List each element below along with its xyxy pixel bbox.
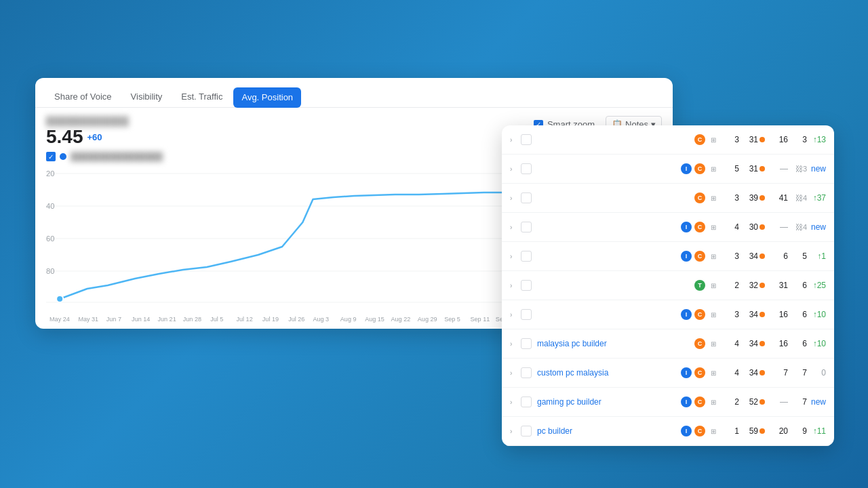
position: 7 <box>788 397 807 407</box>
screenshot-icon[interactable]: ⊞ <box>708 367 719 378</box>
screenshot-icon[interactable]: ⊞ <box>708 222 719 232</box>
icon-count: 3 <box>720 193 739 203</box>
svg-text:Aug 15: Aug 15 <box>365 316 384 323</box>
keyword-link[interactable]: custom pc malaysia <box>537 368 679 378</box>
table-row: › C ⊞ 3 39 41 ⛓4 ↑37 <box>502 184 834 213</box>
svg-text:Jun 7: Jun 7 <box>106 316 121 323</box>
badge-c: C <box>694 367 705 378</box>
icon-count: 2 <box>720 281 739 290</box>
icon-count: 3 <box>720 135 739 144</box>
svg-text:Aug 29: Aug 29 <box>418 316 437 323</box>
row-checkbox[interactable] <box>521 367 532 378</box>
icon-count: 3 <box>720 251 739 261</box>
svg-text:Jun 14: Jun 14 <box>132 316 150 323</box>
volume-dot <box>760 312 765 317</box>
change: new <box>807 222 826 232</box>
change: ↑1 <box>807 251 826 261</box>
change: new <box>807 164 826 174</box>
badge-i: I <box>681 222 692 232</box>
expand-icon[interactable]: › <box>510 340 521 348</box>
row-checkbox[interactable] <box>521 309 532 320</box>
volume: 52 <box>739 397 758 407</box>
row-checkbox[interactable] <box>521 192 532 203</box>
traffic: 31 <box>769 281 788 290</box>
icon-count: 4 <box>720 222 739 232</box>
traffic: 20 <box>769 426 788 436</box>
badge-c: C <box>694 134 705 145</box>
expand-icon[interactable]: › <box>510 369 521 377</box>
screenshot-icon[interactable]: ⊞ <box>708 134 719 145</box>
table-row: › malaysia pc builder C ⊞ 4 34 16 6 ↑10 <box>502 329 834 359</box>
expand-icon[interactable]: › <box>510 399 521 406</box>
row-checkbox[interactable] <box>521 338 532 349</box>
change: ↑13 <box>807 135 826 144</box>
row-checkbox[interactable] <box>521 280 532 291</box>
icon-count: 4 <box>720 339 739 348</box>
screenshot-icon[interactable]: ⊞ <box>708 338 719 349</box>
chart-main-value: 5.45 +60 <box>46 126 130 148</box>
volume-dot <box>760 283 765 288</box>
row-checkbox[interactable] <box>521 426 532 436</box>
screenshot-icon[interactable]: ⊞ <box>708 251 719 262</box>
screenshot-icon[interactable]: ⊞ <box>708 426 719 436</box>
badge-c: C <box>694 222 705 232</box>
expand-icon[interactable]: › <box>510 165 521 173</box>
expand-icon[interactable]: › <box>510 282 521 289</box>
row-checkbox[interactable] <box>521 251 532 262</box>
icon-count: 5 <box>720 164 739 174</box>
expand-icon[interactable]: › <box>510 224 521 231</box>
table-row: › gaming pc builder I C ⊞ 2 52 — 7 new <box>502 388 834 417</box>
legend-label-text: ████████████████ <box>71 152 163 161</box>
links: ⛓4 <box>788 194 807 202</box>
table-row: › custom pc malaysia I C ⊞ 4 34 7 7 0 <box>502 359 834 388</box>
legend-checkbox[interactable] <box>46 152 56 161</box>
change: ↑37 <box>807 193 826 203</box>
traffic: — <box>769 164 788 174</box>
links: ⛓3 <box>788 165 807 173</box>
tab-visibility[interactable]: Visibility <box>123 87 171 107</box>
traffic: — <box>769 222 788 232</box>
volume: 34 <box>739 310 758 319</box>
volume-dot <box>760 399 765 405</box>
screenshot-icon[interactable]: ⊞ <box>708 309 719 320</box>
badge-i: I <box>681 367 692 378</box>
keyword-link[interactable]: malaysia pc builder <box>537 339 693 348</box>
volume: 39 <box>739 193 758 203</box>
expand-icon[interactable]: › <box>510 311 521 319</box>
svg-text:May 24: May 24 <box>50 316 70 323</box>
tab-share-of-voice[interactable]: Share of Voice <box>46 87 120 107</box>
badge-c: C <box>694 163 705 174</box>
row-checkbox[interactable] <box>521 396 532 407</box>
position: 6 <box>788 310 807 319</box>
traffic: 16 <box>769 339 788 348</box>
volume: 31 <box>739 135 758 144</box>
volume-dot <box>760 253 765 259</box>
row-checkbox[interactable] <box>521 163 532 174</box>
screenshot-icon[interactable]: ⊞ <box>708 163 719 174</box>
expand-icon[interactable]: › <box>510 195 521 202</box>
badge-t: T <box>694 280 705 291</box>
row-checkbox[interactable] <box>521 134 532 145</box>
chart-left: ████████████ 5.45 +60 <box>46 116 130 148</box>
links: ⛓4 <box>788 223 807 231</box>
expand-icon[interactable]: › <box>510 136 521 144</box>
screenshot-icon[interactable]: ⊞ <box>708 396 719 407</box>
volume: 32 <box>739 281 758 290</box>
screenshot-icon[interactable]: ⊞ <box>708 280 719 291</box>
tab-avg-position[interactable]: Avg. Position <box>233 87 301 108</box>
keyword-link[interactable]: pc builder <box>537 426 679 436</box>
svg-text:Aug 22: Aug 22 <box>391 316 410 323</box>
chart-delta: +60 <box>87 132 102 142</box>
tab-est-traffic[interactable]: Est. Traffic <box>173 87 231 107</box>
badge-i: I <box>681 251 692 262</box>
keyword-link[interactable]: gaming pc builder <box>537 397 679 407</box>
volume-dot <box>760 341 765 346</box>
svg-text:40: 40 <box>46 202 54 210</box>
row-checkbox[interactable] <box>521 222 532 232</box>
expand-icon[interactable]: › <box>510 428 521 435</box>
screenshot-icon[interactable]: ⊞ <box>708 192 719 203</box>
volume-dot <box>760 166 765 171</box>
table-row: › C ⊞ 3 31 16 3 ↑13 <box>502 125 834 155</box>
volume-dot <box>760 224 765 230</box>
expand-icon[interactable]: › <box>510 253 521 260</box>
